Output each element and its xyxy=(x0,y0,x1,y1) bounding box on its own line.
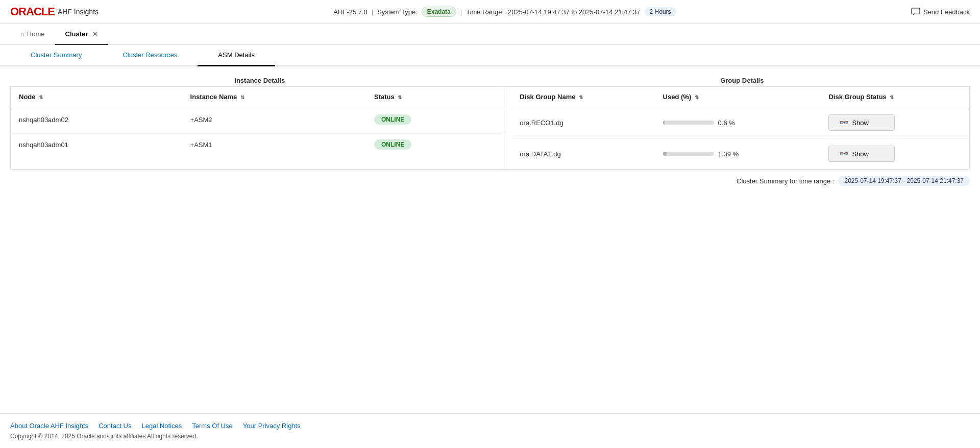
logo-area: ORACLE AHF Insights xyxy=(10,5,99,18)
progress-bar-wrap xyxy=(663,152,714,156)
sub-tab-cluster-resources-label: Cluster Resources xyxy=(122,51,177,59)
app-header: ORACLE AHF Insights AHF-25.7.0 | System … xyxy=(0,0,980,24)
disk-group-status-cell: 👓 Show xyxy=(820,107,969,138)
used-pct-label: 1.39 % xyxy=(718,150,739,158)
sort-status-icon[interactable]: ⇅ xyxy=(398,95,402,100)
sub-tabs: Cluster Summary Cluster Resources ASM De… xyxy=(0,45,980,66)
time-range-footer-value: 2025-07-14 19:47:37 - 2025-07-14 21:47:3… xyxy=(838,176,970,186)
sub-tab-cluster-resources[interactable]: Cluster Resources xyxy=(102,45,198,66)
col-disk-group-status: Disk Group Status ⇅ xyxy=(820,87,969,107)
col-node-label: Node xyxy=(19,93,36,101)
footer-link-legal[interactable]: Legal Notices xyxy=(142,422,182,430)
col-used-pct: Used (%) ⇅ xyxy=(655,87,821,107)
time-range-footer: Cluster Summary for time range : 2025-07… xyxy=(10,170,970,192)
oracle-logo: ORACLE xyxy=(10,5,55,18)
tab-home-label: Home xyxy=(27,30,45,38)
svg-rect-0 xyxy=(912,8,920,14)
status-badge: ONLINE xyxy=(374,139,411,150)
instance-details-label: Instance Details xyxy=(10,77,509,84)
disk-group-name-cell: ora.RECO1.dg xyxy=(511,107,654,138)
glasses-icon: 👓 xyxy=(839,118,849,127)
group-details-label: Group Details xyxy=(509,77,970,84)
show-button[interactable]: 👓 Show xyxy=(828,146,895,162)
group-table: Disk Group Name ⇅ Used (%) ⇅ Disk Group … xyxy=(511,87,969,169)
tab-cluster[interactable]: Cluster ✕ xyxy=(55,24,108,45)
progress-cell: 1.39 % xyxy=(663,150,813,158)
instance-status-cell: ONLINE xyxy=(366,107,506,132)
col-status-label: Status xyxy=(374,93,395,101)
footer-links: About Oracle AHF Insights Contact Us Leg… xyxy=(10,422,970,430)
tab-home[interactable]: ⌂ Home xyxy=(10,24,55,45)
instance-node-cell: nshqah03adm01 xyxy=(11,132,182,157)
header-info: AHF-25.7.0 | System Type: Exadata | Time… xyxy=(333,7,676,17)
tab-cluster-label: Cluster xyxy=(65,30,88,38)
show-button[interactable]: 👓 Show xyxy=(828,114,895,131)
feedback-button[interactable]: Send Feedback xyxy=(911,8,970,16)
sub-tab-cluster-summary-label: Cluster Summary xyxy=(31,51,82,59)
time-range-badge: 2 Hours xyxy=(645,7,676,16)
used-pct-cell: 1.39 % xyxy=(655,138,821,170)
progress-bar-fill xyxy=(663,152,667,156)
sort-used-pct-icon[interactable]: ⇅ xyxy=(695,95,699,100)
system-type-badge: Exadata xyxy=(422,7,456,17)
sort-node-icon[interactable]: ⇅ xyxy=(39,95,43,100)
instance-row: nshqah03adm01 +ASM1 ONLINE xyxy=(11,132,506,157)
show-label: Show xyxy=(852,150,869,158)
feedback-label: Send Feedback xyxy=(923,8,970,16)
sub-tab-asm-details-label: ASM Details xyxy=(218,51,255,59)
home-icon: ⌂ xyxy=(20,30,24,38)
group-row: ora.RECO1.dg 0.6 % 👓 Show xyxy=(511,107,969,138)
progress-bar-wrap xyxy=(663,121,714,125)
time-range-value: 2025-07-14 19:47:37 to 2025-07-14 21:47:… xyxy=(508,8,641,16)
instance-status-cell: ONLINE xyxy=(366,132,506,157)
time-range-label: Time Range: xyxy=(466,8,504,16)
progress-cell: 0.6 % xyxy=(663,119,813,127)
nav-tabs: ⌂ Home Cluster ✕ xyxy=(0,24,980,45)
col-used-pct-label: Used (%) xyxy=(663,93,692,101)
col-instance-name: Instance Name ⇅ xyxy=(182,87,366,107)
group-row: ora.DATA1.dg 1.39 % 👓 Show xyxy=(511,138,969,170)
instance-row: nshqah03adm02 +ASM2 ONLINE xyxy=(11,107,506,132)
instance-node-cell: nshqah03adm02 xyxy=(11,107,182,132)
used-pct-label: 0.6 % xyxy=(718,119,735,127)
col-disk-group-name-label: Disk Group Name xyxy=(520,93,575,101)
progress-bar-fill xyxy=(663,121,665,125)
sort-instance-name-icon[interactable]: ⇅ xyxy=(240,95,244,100)
instance-name-cell: +ASM2 xyxy=(182,107,366,132)
col-disk-group-name: Disk Group Name ⇅ xyxy=(511,87,654,107)
instance-name-cell: +ASM1 xyxy=(182,132,366,157)
instance-table: Node ⇅ Instance Name ⇅ Status ⇅ xyxy=(11,87,506,157)
sub-tab-asm-details[interactable]: ASM Details xyxy=(198,45,275,66)
col-instance-name-label: Instance Name xyxy=(190,93,237,101)
disk-group-name-cell: ora.DATA1.dg xyxy=(511,138,654,170)
time-range-footer-label: Cluster Summary for time range : xyxy=(737,177,834,185)
footer-link-about[interactable]: About Oracle AHF Insights xyxy=(10,422,88,430)
main-content: Instance Details Group Details Node ⇅ In… xyxy=(0,66,980,413)
sort-disk-group-status-icon[interactable]: ⇅ xyxy=(890,95,894,100)
col-disk-group-status-label: Disk Group Status xyxy=(828,93,886,101)
sep2: | xyxy=(460,8,462,16)
tables-container: Node ⇅ Instance Name ⇅ Status ⇅ xyxy=(10,86,970,170)
page-footer: About Oracle AHF Insights Contact Us Leg… xyxy=(0,413,980,448)
sub-tab-cluster-summary[interactable]: Cluster Summary xyxy=(10,45,102,66)
footer-link-privacy[interactable]: Your Privacy Rights xyxy=(243,422,301,430)
instance-table-wrap: Node ⇅ Instance Name ⇅ Status ⇅ xyxy=(11,87,506,169)
product-name: AHF Insights xyxy=(58,8,99,16)
used-pct-cell: 0.6 % xyxy=(655,107,821,138)
col-node: Node ⇅ xyxy=(11,87,182,107)
disk-group-status-cell: 👓 Show xyxy=(820,138,969,170)
version-label: AHF-25.7.0 xyxy=(333,8,367,16)
sep1: | xyxy=(372,8,373,16)
col-status: Status ⇅ xyxy=(366,87,506,107)
group-table-wrap: Disk Group Name ⇅ Used (%) ⇅ Disk Group … xyxy=(511,87,969,169)
show-label: Show xyxy=(852,119,869,127)
sort-disk-group-name-icon[interactable]: ⇅ xyxy=(579,95,583,100)
section-headers: Instance Details Group Details xyxy=(10,77,970,84)
footer-link-terms[interactable]: Terms Of Use xyxy=(192,422,232,430)
close-icon[interactable]: ✕ xyxy=(92,31,97,38)
footer-copyright: Copyright © 2014, 2025 Oracle and/or its… xyxy=(10,433,970,440)
chat-icon xyxy=(911,8,920,16)
footer-link-contact[interactable]: Contact Us xyxy=(99,422,131,430)
status-badge: ONLINE xyxy=(374,114,411,125)
system-type-label: System Type: xyxy=(377,8,418,16)
